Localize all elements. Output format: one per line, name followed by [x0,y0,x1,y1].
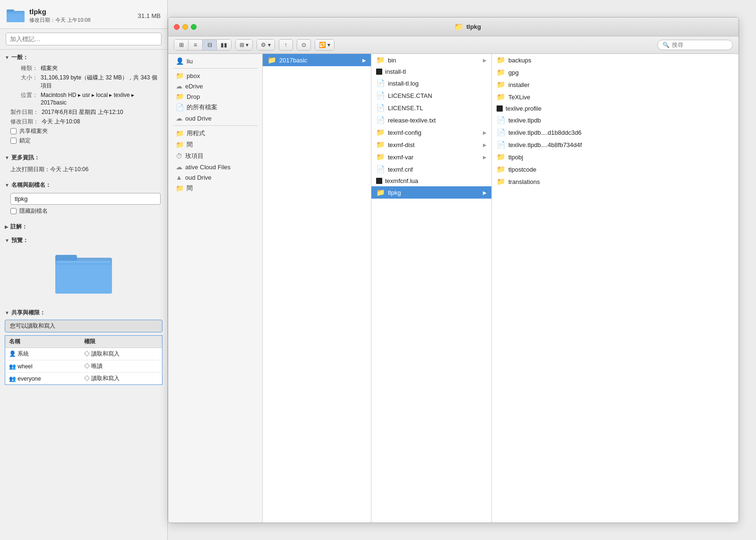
list-item[interactable]: 📁 installer [492,78,739,91]
col2-item-install-tl: install-tl [385,68,487,75]
list-item[interactable]: 📁 gpg [492,66,739,78]
list-item[interactable]: texmfcnf.lua [371,175,491,186]
everyone-icon: 👥 [9,375,16,382]
modified-date: 修改日期：今天 上午10:08 [29,17,138,24]
tag-btn[interactable]: ⊙ [297,39,311,51]
person-icon: 👤 [176,57,184,65]
list-item[interactable]: 📄 LICENSE.TL [371,102,491,114]
file-icon-tl: 📄 [376,104,385,112]
info-header-text: tlpkg 修改日期：今天 上午10:08 [29,8,138,24]
maximize-button[interactable] [191,24,197,30]
locked-row: 鎖定 [10,137,160,145]
list-item[interactable]: 📁 texmf-dist ▶ [371,139,491,151]
exec-icon-lua [376,178,382,184]
sidebar-label-edrive: eDrive [185,83,203,90]
modified-row: 修改日期： 今天 上午10:08 [10,118,160,126]
sidebar-label-recents: 玫項目 [185,152,204,160]
more-info-section-header[interactable]: ▼ 更多資訊： [0,150,167,164]
name-field[interactable] [10,193,161,205]
view-icon-btn[interactable]: ⊞ [174,40,189,50]
hide-extension-checkbox[interactable] [10,208,17,214]
sidebar-item-desktop[interactable]: 📁 間 [168,139,262,150]
file-icon-ctan: 📄 [376,91,385,100]
list-item[interactable]: 📄 texlive.tlpdb....4b8fb734d4f [492,139,739,151]
file-size: 31.1 MB [138,12,161,19]
list-item[interactable]: 📄 texlive.tlpdb [492,114,739,126]
list-item[interactable]: 📄 texlive.tlpdb....d1b8ddc3d6 [492,126,739,139]
list-item[interactable]: 📁 texmf-config ▶ [371,126,491,139]
sidebar-label-apps: 用程式 [187,129,205,138]
close-button[interactable] [174,24,180,30]
col3-item-tlpdb: texlive.tlpdb [508,117,734,124]
sidebar-item-recents[interactable]: ⏱ 玫項目 [168,150,262,162]
table-row: 👥 wheel ◇ 唯讀 [5,360,163,373]
list-item[interactable]: texlive.profile [492,103,739,114]
airdrop-btn[interactable]: 🔁 ▾ [315,40,334,50]
view-cover-btn[interactable]: ▮▮ [217,40,231,50]
search-icon: 🔍 [662,42,670,48]
list-item[interactable]: 📁 translations [492,175,739,188]
list-item[interactable]: 📁 bin ▶ [371,54,491,66]
kind-row: 種類： 檔案夾 [10,64,160,72]
kind-label: 種類： [10,64,38,72]
view-list-btn[interactable]: ≡ [189,40,203,50]
column-3: 📁 backups 📁 gpg 📁 installer 📁 TeXLive te… [492,54,739,523]
grid-btn[interactable]: ⊞ ▾ [236,40,252,50]
sidebar-item-pbox[interactable]: 📁 pbox [168,70,262,81]
recents-icon: ⏱ [176,152,182,160]
window-controls [174,24,197,30]
list-item[interactable]: 📁 TeXLive [492,91,739,103]
list-item[interactable]: 📁 backups [492,54,739,66]
list-item[interactable]: 📁 tlpobj [492,151,739,163]
table-row: 👤 系統 ◇ 讀取和寫入 [5,348,163,360]
sharing-section-header[interactable]: ▼ 共享與權限： [0,305,167,319]
share-btn[interactable]: ↑ [279,39,293,51]
list-item[interactable]: 📄 install-tl.log [371,77,491,89]
list-item[interactable]: 📁 tlpkg ▶ [371,186,491,199]
list-item[interactable]: install-tl [371,66,491,77]
hide-extension-row: 隱藏副檔名 [10,207,161,215]
action-btn[interactable]: ⚙ ▾ [257,40,274,50]
table-row: 👥 everyone ◇ 讀取和寫入 [5,373,163,385]
sidebar-item-edrive[interactable]: ☁ eDrive [168,81,262,91]
finder-toolbar: ⊞ ≡ ⊟ ▮▮ ⊞ ▾ ⚙ ▾ ↑ ⊙ 🔁 ▾ 🔍 [168,36,739,54]
comment-section-header[interactable]: ▶ 註解： [0,219,167,233]
sidebar-item-icloud[interactable]: ☁ ative Cloud Files [168,162,262,172]
list-item[interactable]: 📄 release-texlive.txt [371,114,491,126]
sidebar-item-drop[interactable]: 📁 Drop [168,91,262,102]
view-column-btn[interactable]: ⊟ [203,40,217,50]
shared-folder-checkbox[interactable] [10,128,17,134]
list-item[interactable]: 📁 texmf-var ▶ [371,151,491,163]
folder-icon-3: 📁 [176,184,184,192]
sidebar-item-all-files[interactable]: 📄 的所有檔案 [168,102,262,113]
sidebar-item-liu[interactable]: 👤 liu [168,56,262,66]
preview-section-header[interactable]: ▼ 預覽： [0,233,167,246]
general-section-header[interactable]: ▼ 一般： [0,50,167,63]
cloud-icon-2: ☁ [176,114,182,122]
view-buttons: ⊞ ≡ ⊟ ▮▮ [174,39,232,51]
sidebar-item-google-drive[interactable]: ▲ oud Drive [168,172,262,183]
col3-item-tlpostcode: tlpostcode [508,166,734,173]
sidebar-label-cloud: oud Drive [185,115,212,122]
list-item[interactable]: 📄 texmf.cnf [371,163,491,175]
search-input[interactable] [672,42,739,48]
minimize-button[interactable] [182,24,188,30]
file-icon-release: 📄 [376,116,385,124]
tag-input[interactable] [6,33,162,45]
access-label: 您可以讀取和寫入 [5,320,163,332]
list-item[interactable]: 📄 LICENSE.CTAN [371,89,491,102]
list-item[interactable]: 📁 2017basic ▶ [263,54,371,66]
locked-checkbox[interactable] [10,138,17,144]
sidebar-item-apps[interactable]: 📁 用程式 [168,128,262,139]
chevron-right-icon: ▶ [362,58,366,63]
hide-extension-label: 隱藏副檔名 [19,207,48,215]
name-section-header[interactable]: ▼ 名稱與副檔名： [0,177,167,191]
name-section-label: 名稱與副檔名： [11,181,51,189]
folder-icon-2: 📁 [176,93,184,100]
comment-label: 註解： [10,223,27,231]
group-icon: 👥 [9,363,16,370]
sidebar-item-bottom[interactable]: 📁 間 [168,183,262,194]
col2-item-install-tl-log: install-tl.log [388,80,487,87]
list-item[interactable]: 📁 tlpostcode [492,163,739,175]
sidebar-item-cloud-drive[interactable]: ☁ oud Drive [168,113,262,123]
